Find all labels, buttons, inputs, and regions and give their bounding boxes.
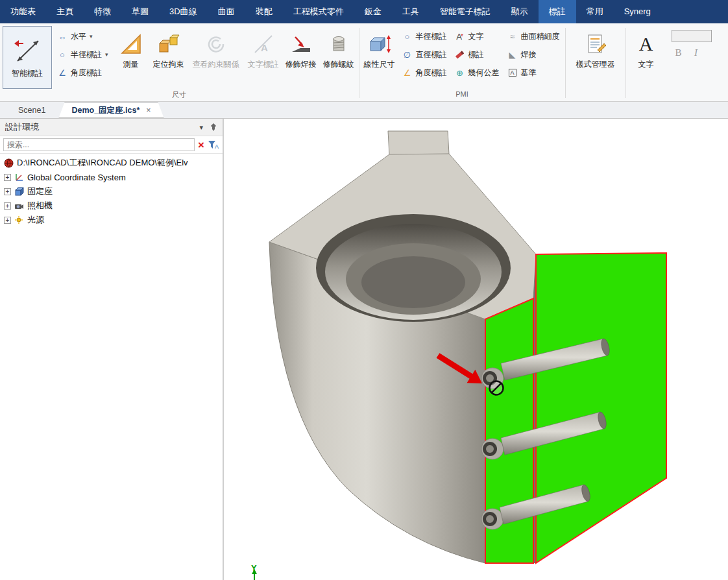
doc-tab-active[interactable]: Demo_固定座.ics*× <box>58 103 164 118</box>
pmi-surface-finish-button[interactable]: ≈ 曲面精細度 <box>505 27 563 45</box>
style-manager-icon <box>584 32 607 56</box>
pmi-radius-label: 半徑標註 <box>416 31 447 42</box>
text-dimension-label: 文字標註 <box>248 60 279 69</box>
smart-annotation-button[interactable]: 智能標註 <box>3 26 52 89</box>
panel-header: 設計環境 ▾ <box>0 119 223 136</box>
model-bore[interactable] <box>316 214 511 322</box>
tab-features[interactable]: 特徵 <box>84 0 121 23</box>
tree-root-item[interactable]: D:\IRONCAD\工程\IRONCAD DEMO\範例\Elv <box>0 156 223 170</box>
scene-browser-panel: 設計環境 ▾ × A D:\IRONCAD\工程\IRONCAD DEMO\範例… <box>0 119 224 580</box>
style-manager-button[interactable]: 樣式管理器 <box>568 26 624 69</box>
radius-dimension-button[interactable]: ○ 半徑標註 ▾ <box>55 45 111 64</box>
pmi-diameter-button[interactable]: ∅ 直徑標註 <box>400 45 450 64</box>
chevron-down-icon[interactable]: ▾ <box>199 123 203 132</box>
tree-root-label: D:\IRONCAD\工程\IRONCAD DEMO\範例\Elv <box>17 157 188 169</box>
tab-tools[interactable]: 工具 <box>392 0 430 23</box>
position-constraint-label: 定位拘束 <box>153 60 184 69</box>
angle-dimension-label: 角度標註 <box>71 67 102 79</box>
position-constraint-icon <box>157 32 180 56</box>
ribbon-group-pmi: 線性尺寸 ○ 半徑標註 ∅ 直徑標註 ∠ 角度標註 A* <box>361 25 564 101</box>
pmi-datum-button[interactable]: A 基準 <box>505 64 563 82</box>
pmi-text-button[interactable]: A* 文字 <box>452 27 502 45</box>
ribbon-tab-bar: 功能表 主頁 特徵 草圖 3D曲線 曲面 裝配 工程模式零件 鈑金 工具 智能電… <box>0 0 728 23</box>
tab-common[interactable]: 常用 <box>576 0 614 23</box>
pmi-weld-label: 焊接 <box>521 49 537 60</box>
light-icon <box>14 215 24 225</box>
text-style-combo[interactable] <box>672 30 712 42</box>
style-manager-label: 樣式管理器 <box>576 60 615 69</box>
pmi-annotation-button[interactable]: 標註 <box>452 45 502 64</box>
ribbon-separator <box>359 28 359 98</box>
tree-item-part-label: 固定座 <box>27 186 53 197</box>
expand-icon[interactable]: + <box>4 188 11 195</box>
tab-home[interactable]: 主頁 <box>46 0 84 23</box>
group-label-dimension: 尺寸 <box>1 90 358 101</box>
tab-menu[interactable]: 功能表 <box>0 0 46 23</box>
tree-item-light[interactable]: + 光源 <box>0 213 223 227</box>
scene-icon <box>4 158 14 168</box>
expand-icon[interactable]: + <box>4 174 11 181</box>
text-button[interactable]: A 文字 <box>628 26 664 69</box>
linear-dimension-button[interactable]: 線性尺寸 <box>361 26 398 69</box>
pmi-angle-button[interactable]: ∠ 角度標註 <box>400 64 450 82</box>
tab-smart-emark[interactable]: 智能電子標記 <box>430 0 501 23</box>
doc-tab-scene1[interactable]: Scene1 <box>5 103 58 118</box>
close-icon[interactable]: × <box>146 106 151 115</box>
ribbon-separator <box>625 28 626 98</box>
tree-item-gcs[interactable]: + Global Coordinate System <box>0 170 223 184</box>
pmi-geometric-tolerance-button[interactable]: ⊕ 幾何公差 <box>452 64 502 82</box>
tab-sketch[interactable]: 草圖 <box>121 0 159 23</box>
smart-annotation-label: 智能標註 <box>12 68 43 79</box>
smart-annotation-icon <box>12 36 43 66</box>
surface-finish-icon: ≈ <box>507 31 518 42</box>
pin-icon[interactable] <box>210 123 217 132</box>
ribbon-group-dimension: 智能標註 ↔ 水平 ▾ ○ 半徑標註 ▾ ∠ 角度標註 <box>1 25 358 101</box>
pmi-weld-button[interactable]: ◣ 焊接 <box>505 45 563 64</box>
measure-button[interactable]: 測量 <box>113 26 149 69</box>
filter-icon[interactable]: A <box>208 140 219 150</box>
pmi-radius-button[interactable]: ○ 半徑標註 <box>400 27 450 45</box>
geometric-tolerance-icon: ⊕ <box>455 67 465 78</box>
thread-finish-button[interactable]: 修飾螺紋 <box>321 26 357 69</box>
pmi-diameter-icon: ∅ <box>402 49 413 60</box>
selected-face-main[interactable] <box>536 253 666 563</box>
search-input[interactable] <box>3 138 195 151</box>
expand-icon[interactable]: + <box>4 202 11 210</box>
dimension-dropdown-column: ↔ 水平 ▾ ○ 半徑標註 ▾ ∠ 角度標註 <box>55 27 111 82</box>
tab-3dcurve[interactable]: 3D曲線 <box>159 0 208 23</box>
tab-sheetmetal[interactable]: 鈑金 <box>354 0 392 23</box>
view-constraints-button: 查看約束關係 <box>188 26 244 69</box>
tab-display[interactable]: 顯示 <box>501 0 539 23</box>
tree-item-camera[interactable]: + 照相機 <box>0 199 223 213</box>
tab-synergy[interactable]: Synerg <box>614 0 661 23</box>
tab-annotation[interactable]: 標註 <box>539 0 576 23</box>
weld-finish-icon <box>289 32 313 56</box>
group-label-pmi: PMI <box>361 90 564 101</box>
thread-finish-label: 修飾螺紋 <box>323 60 354 69</box>
ribbon: 智能標註 ↔ 水平 ▾ ○ 半徑標註 ▾ ∠ 角度標註 <box>0 23 728 102</box>
radius-dimension-label: 半徑標註 <box>71 49 102 60</box>
view-constraints-label: 查看約束關係 <box>193 60 239 69</box>
pmi-column-3: ≈ 曲面精細度 ◣ 焊接 A 基準 <box>505 27 563 82</box>
panel-title: 設計環境 <box>5 121 193 133</box>
thread-finish-icon <box>327 32 350 56</box>
group-label-text <box>627 90 713 101</box>
angle-dimension-button[interactable]: ∠ 角度標註 <box>55 64 111 82</box>
weld-finish-button[interactable]: 修飾焊接 <box>283 26 319 69</box>
pmi-angle-icon: ∠ <box>402 67 413 78</box>
pmi-text-icon: A* <box>455 31 465 42</box>
angle-dimension-icon: ∠ <box>57 67 67 78</box>
horizontal-dimension-button[interactable]: ↔ 水平 ▾ <box>55 27 111 45</box>
tab-assembly[interactable]: 裝配 <box>245 0 283 23</box>
tab-engineering-part[interactable]: 工程模式零件 <box>283 0 354 23</box>
position-constraint-button[interactable]: 定位拘束 <box>151 26 187 69</box>
datum-icon: A <box>507 67 518 78</box>
linear-dimension-label: 線性尺寸 <box>364 60 395 69</box>
tree-item-part[interactable]: + 固定座 <box>0 184 223 199</box>
document-tab-bar: Scene1 Demo_固定座.ics*× <box>0 102 728 119</box>
3d-viewport[interactable]: Y <box>224 119 728 580</box>
expand-icon[interactable]: + <box>4 217 11 224</box>
tab-surface[interactable]: 曲面 <box>208 0 245 23</box>
clear-search-icon[interactable]: × <box>198 139 204 151</box>
axis-indicator-y: Y <box>251 563 257 580</box>
